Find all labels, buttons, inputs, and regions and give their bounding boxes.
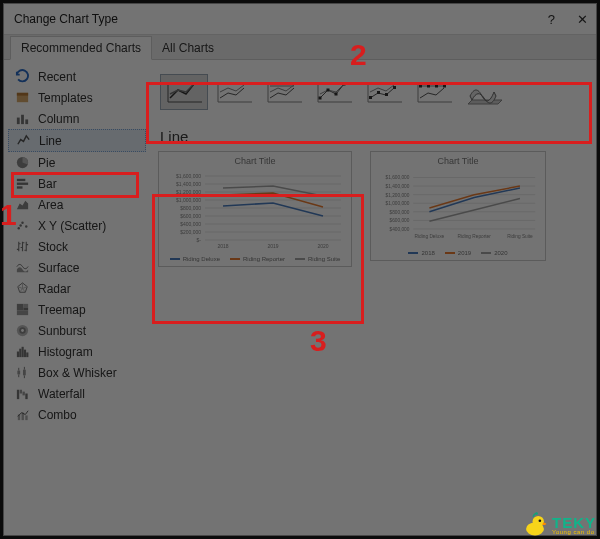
subtype-100-stacked-line-markers[interactable] [410, 74, 458, 110]
preview-chart-1: $1,600,000 $1,400,000 $1,200,000 $1,000,… [165, 168, 345, 254]
sidebar-item-pie[interactable]: Pie [8, 152, 146, 173]
combo-icon [14, 407, 30, 423]
svg-rect-4 [25, 119, 28, 124]
sidebar-item-histogram[interactable]: Histogram [8, 341, 146, 362]
subtype-line-markers[interactable] [310, 74, 358, 110]
subtype-stacked-line-markers[interactable] [360, 74, 408, 110]
logo-tagline: Young can do [552, 529, 596, 535]
svg-text:2019: 2019 [267, 243, 278, 249]
svg-rect-40 [385, 93, 388, 96]
subtype-line[interactable] [160, 74, 208, 110]
svg-text:$-: $- [197, 237, 202, 243]
svg-rect-20 [16, 352, 18, 358]
svg-point-11 [25, 225, 27, 227]
bar-icon [14, 176, 30, 192]
teky-logo: TEKY Young can do [522, 511, 596, 537]
sidebar-item-radar[interactable]: Radar [8, 278, 146, 299]
svg-text:$1,200,000: $1,200,000 [386, 193, 410, 198]
column-icon [14, 111, 30, 127]
chart-preview-2[interactable]: Chart Title $1,600,000 $1,400,000 $1,200… [370, 151, 546, 261]
help-button[interactable]: ? [548, 12, 555, 27]
box-whisker-icon [14, 365, 30, 381]
sidebar-item-label: Box & Whisker [38, 366, 117, 380]
sidebar-item-box-whisker[interactable]: Box & Whisker [8, 362, 146, 383]
sidebar-item-label: Histogram [38, 345, 93, 359]
sidebar-item-column[interactable]: Column [8, 108, 146, 129]
svg-rect-21 [19, 349, 21, 357]
sidebar-item-label: Waterfall [38, 387, 85, 401]
svg-text:$1,200,000: $1,200,000 [176, 189, 201, 195]
svg-rect-6 [16, 179, 24, 181]
sunburst-icon [14, 323, 30, 339]
sidebar-item-recent[interactable]: Recent [8, 66, 146, 87]
svg-text:Riding Deluxe: Riding Deluxe [415, 234, 445, 239]
svg-text:$600,000: $600,000 [390, 218, 410, 223]
close-button[interactable]: ✕ [577, 12, 588, 27]
svg-rect-23 [23, 350, 25, 358]
subtype-100-stacked-line[interactable] [260, 74, 308, 110]
sidebar-item-label: Treemap [38, 303, 86, 317]
sidebar-item-label: Combo [38, 408, 77, 422]
sidebar-item-label: Sunburst [38, 324, 86, 338]
svg-rect-39 [377, 91, 380, 94]
sidebar-item-area[interactable]: Area [8, 194, 146, 215]
svg-text:$1,400,000: $1,400,000 [176, 181, 201, 187]
svg-text:$600,000: $600,000 [180, 213, 201, 219]
sidebar-item-sunburst[interactable]: Sunburst [8, 320, 146, 341]
sidebar-item-treemap[interactable]: Treemap [8, 299, 146, 320]
sidebar-item-combo[interactable]: Combo [8, 404, 146, 425]
svg-point-9 [17, 227, 19, 229]
selected-subtype-label: Line [160, 128, 588, 145]
titlebar: Change Chart Type ? ✕ [4, 4, 596, 35]
subtype-stacked-line[interactable] [210, 74, 258, 110]
scatter-icon [14, 218, 30, 234]
svg-text:2018: 2018 [217, 243, 228, 249]
svg-rect-35 [327, 89, 330, 92]
sidebar-item-xy-scatter[interactable]: X Y (Scatter) [8, 215, 146, 236]
preview-title: Chart Title [377, 156, 539, 166]
line-icon [15, 133, 31, 149]
svg-rect-2 [16, 118, 19, 125]
svg-rect-13 [16, 304, 23, 311]
svg-rect-28 [19, 390, 21, 394]
sidebar-item-label: Recent [38, 70, 76, 84]
svg-rect-42 [419, 85, 422, 88]
svg-text:$800,000: $800,000 [390, 210, 410, 215]
change-chart-type-dialog: Change Chart Type ? ✕ Recommended Charts… [3, 3, 597, 536]
sidebar-item-bar[interactable]: Bar [8, 173, 146, 194]
svg-rect-25 [17, 371, 20, 375]
svg-text:Riding Reporter: Riding Reporter [458, 234, 492, 239]
sidebar-item-line[interactable]: Line [8, 129, 146, 152]
sidebar-item-label: Column [38, 112, 79, 126]
chart-preview-1[interactable]: Chart Title $1,600,000 $1,400,000 $1,200… [158, 151, 352, 267]
tab-all-charts[interactable]: All Charts [152, 37, 224, 59]
tab-recommended-charts[interactable]: Recommended Charts [10, 36, 152, 60]
svg-text:$400,000: $400,000 [180, 221, 201, 227]
subtype-3d-line[interactable] [460, 74, 508, 110]
sidebar-item-label: Surface [38, 261, 79, 275]
recent-icon [14, 69, 30, 85]
sidebar-item-stock[interactable]: Stock [8, 236, 146, 257]
svg-text:$1,600,000: $1,600,000 [176, 173, 201, 179]
sidebar-item-label: Line [39, 134, 62, 148]
dialog-title: Change Chart Type [14, 12, 118, 26]
sidebar-item-surface[interactable]: Surface [8, 257, 146, 278]
preview-title: Chart Title [165, 156, 345, 166]
templates-icon [14, 90, 30, 106]
svg-rect-14 [23, 304, 28, 308]
svg-rect-44 [435, 85, 438, 88]
svg-rect-45 [443, 85, 446, 88]
area-icon [14, 197, 30, 213]
svg-rect-15 [23, 308, 28, 311]
pie-icon [14, 155, 30, 171]
svg-text:$200,000: $200,000 [180, 229, 201, 235]
svg-rect-22 [21, 347, 23, 357]
tab-bar: Recommended Charts All Charts [4, 35, 596, 60]
sidebar-item-label: Radar [38, 282, 71, 296]
sidebar-item-waterfall[interactable]: Waterfall [8, 383, 146, 404]
svg-rect-16 [16, 310, 27, 315]
sidebar-item-label: Area [38, 198, 63, 212]
sidebar-item-templates[interactable]: Templates [8, 87, 146, 108]
histogram-icon [14, 344, 30, 360]
sidebar-item-label: X Y (Scatter) [38, 219, 106, 233]
